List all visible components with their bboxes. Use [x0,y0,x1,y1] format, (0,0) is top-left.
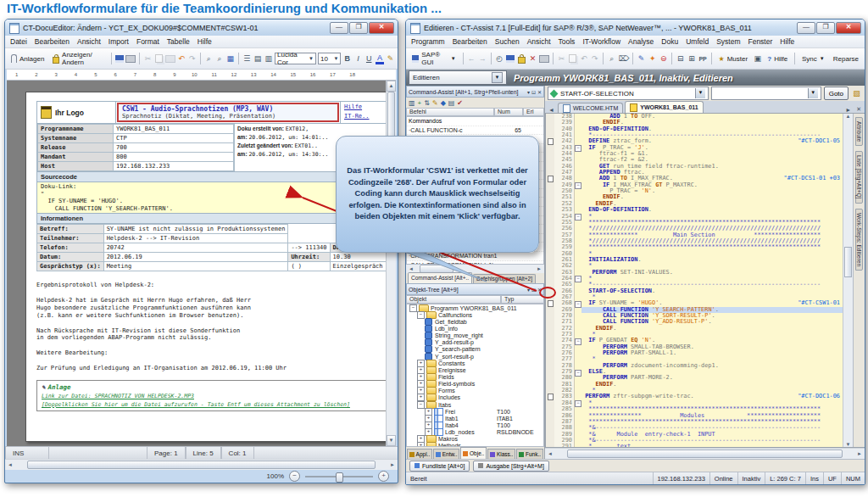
undo-button[interactable]: ↶ [177,53,186,64]
attachment-link[interactable]: Link zur Datei: SPRACHNOTIZ_VON_HELPDESK… [42,393,387,399]
zoom-slider-thumb[interactable] [336,472,343,483]
bookmark-icon[interactable]: ◆ [441,99,446,107]
find-replace-button[interactable]: ⌕ [215,53,225,64]
command-row[interactable]: · CALL TRANSFORMATION tran1 [407,252,543,261]
scroll-up-icon[interactable]: ▲ [387,81,396,92]
it-revision-link[interactable]: IT-Re.. [344,113,370,120]
delete-button[interactable]: ✕ [528,53,537,64]
tab-ywork81-bas-011[interactable]: YWORK81_BAS_011 [625,101,703,113]
zoom-in-button[interactable]: + [378,471,389,482]
edit-icon[interactable]: ✎ [432,99,438,107]
sort-icon[interactable]: ⇅ [424,99,430,107]
check-icon[interactable]: ✔ [457,99,463,107]
zoom-slider[interactable] [305,476,373,477]
hilfe-button[interactable]: ? Hilfe [764,53,791,64]
anzeigen-aendern-button[interactable]: Anzeigen/Ändern [49,49,108,68]
scroll-thumb[interactable] [844,247,852,277]
special-paste-button[interactable]: ▦ [225,53,235,64]
add-icon[interactable]: + [418,99,422,107]
scroll-left-icon[interactable]: ◄ [406,266,416,271]
font-combo[interactable]: Lucida Cor▼ [275,53,316,64]
fundliste-button[interactable]: Fundliste [Alt+0] [409,461,470,472]
side-tab-work-steps-editieren[interactable]: Work-Steps: Editieren [855,209,863,271]
list-button[interactable]: ☰ [242,53,252,64]
reparse-button[interactable]: Reparse [830,53,862,64]
command-row[interactable]: Kommandos [407,117,543,126]
ruler[interactable]: 123456789101112131415161718 [7,70,396,81]
redo-button[interactable]: ↷ [187,53,197,64]
save-button[interactable] [506,53,515,64]
bottom-tab-entw[interactable]: Entw.. [433,449,459,459]
pretty-print-button[interactable]: PP [698,53,708,64]
find-button[interactable]: ⌕ [204,53,214,64]
docueditor-titlebar[interactable]: CT-DocuEditor: Ändern - YCT_EX_DOKU09#$C… [5,20,398,36]
scroll-down-icon[interactable]: ▼ [387,435,396,446]
sap-gui-button[interactable]: SAP® GUI ▼ [409,49,459,68]
find-button[interactable]: ⌕ [607,53,616,64]
menu-item-datei[interactable]: Datei [10,37,27,46]
pretty-printer-button[interactable]: ◴ [495,53,504,64]
layout-button[interactable]: ⊟ [676,53,685,64]
object-tree-header[interactable]: Objekt-Tree [Alt+9] ▾⊡✕ [406,283,544,295]
bottom-tab-klass[interactable]: Klass.. [487,449,515,459]
goto-button[interactable]: Goto [824,87,849,100]
cut-button[interactable]: ✂ [557,53,566,64]
menu-item-import[interactable]: Import [108,37,129,46]
panel-tab-command-assist[interactable]: Command-Assist [Alt+.. [408,272,472,283]
redo-button[interactable]: ↷ [590,53,599,64]
tree-node[interactable]: +Includes [407,394,543,401]
code-vertical-scrollbar[interactable]: ▲ ▼ [843,114,853,447]
cut-button[interactable]: ✂ [143,53,153,64]
edit-mode-button[interactable]: ✎ [637,53,646,64]
search-combo[interactable]: ▼ [711,87,821,100]
ct-assist-titlebar[interactable]: Editieren - CT-Assist 7.1 [Full-Edit] fü… [406,20,865,36]
outdent-button[interactable]: ▥ [264,53,273,64]
mode-combo[interactable]: Editieren▼ [409,70,507,85]
back-button[interactable]: ← [466,53,476,64]
panel-tab-befehlsgruppen[interactable]: Befehlsgruppen [Alt+2] [473,274,536,283]
command-row[interactable]: · CALL FUNCTION-c65 [407,126,543,136]
bottom-tab-funk[interactable]: Funk.. [516,449,543,459]
deactivate-button[interactable]: ⊖ [659,53,668,64]
menu-item-umfeld[interactable]: Umfeld [686,37,709,46]
indent-button[interactable]: ▤ [253,53,263,64]
tab-close-icon[interactable]: ✕ [854,106,863,113]
code-line-291[interactable]: 291 * text [546,444,843,447]
tree-node[interactable]: Y_sort-result-p [407,353,543,360]
copy-button[interactable] [154,53,164,64]
attachment-box[interactable]: ✎ Anlage Link zur Datei: SPRACHNOTIZ_VON… [36,380,392,411]
tab-scroll-left-icon[interactable]: ◄ [547,107,556,113]
chevron-down-icon[interactable]: ▾ [527,89,530,95]
zoom-out-button[interactable]: − [289,471,300,482]
menu-item-programm[interactable]: Programm [411,37,445,46]
menu-item-format[interactable]: Format [136,37,159,46]
tree-node[interactable]: Y_search-pattern [407,346,543,353]
close-icon[interactable]: ✕ [537,89,542,95]
section-combo[interactable]: START-OF-SELECTION ▼ [548,87,709,100]
tab-welcome[interactable]: WELCOME.HTM [558,103,623,113]
find-next-button[interactable]: ⌦ [618,53,629,64]
save-button[interactable] [115,53,125,64]
doc-icon[interactable]: ▤ [448,99,455,107]
code-horizontal-scrollbar[interactable]: ◄ ► [545,448,865,459]
split-button[interactable]: ⊞ [687,53,696,64]
close-button[interactable]: ✕ [836,22,861,34]
pin-icon[interactable]: ⊡ [531,89,536,95]
muster-button[interactable]: ★ Muster [715,53,752,64]
maximize-button[interactable]: ❐ [816,22,835,34]
object-tree-columns[interactable]: Objekt Typ [406,295,544,304]
command-assist-columns[interactable]: Befehl Num Erl [406,108,544,116]
menu-item-bearbeiten[interactable]: Bearbeiten [453,37,487,46]
copy-button[interactable] [568,53,577,64]
scroll-thumb[interactable] [567,450,843,458]
menu-item-hilfe[interactable]: Hilfe [198,37,212,46]
preview-button[interactable]: ▣ [753,53,762,64]
hilfe-link[interactable]: Hilfe [344,103,362,110]
command-assist-header[interactable]: Command-Assist [Alt+1, Strg+Pfeil-unten]… [406,86,544,98]
filter-icon[interactable]: ▥ [409,99,415,107]
menu-item-hilfe[interactable]: Hilfe [780,37,794,46]
bold-button[interactable]: B [342,53,352,64]
scroll-right-icon[interactable]: ► [854,451,865,456]
scroll-right-icon[interactable]: ► [534,266,544,271]
bottom-tab-appl[interactable]: Appl.. [407,449,432,459]
